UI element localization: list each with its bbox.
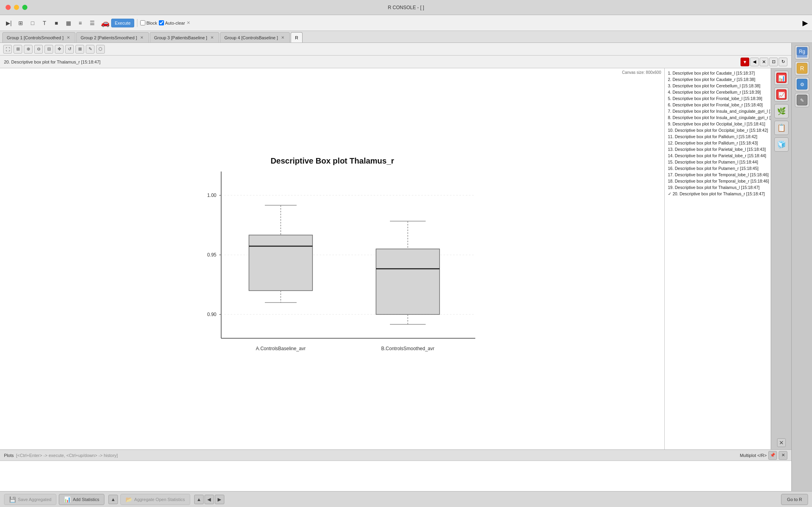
toolbar-icon-stop[interactable]: ■ xyxy=(52,18,61,28)
svg-text:📈: 📈 xyxy=(778,92,785,98)
boxB-rect xyxy=(376,249,440,314)
right-icon-3[interactable]: 🌿 xyxy=(774,104,789,118)
plot-nav-refresh[interactable]: ↻ xyxy=(779,58,787,66)
save-aggregated-icon: 💾 xyxy=(9,496,16,503)
bottom-bar: 💾 Save Aggregated 📊 Add Statistics ▲ 📂 A… xyxy=(0,491,812,507)
plot-nav-prev[interactable]: ◀ xyxy=(750,58,759,66)
toolbar-icon-run[interactable]: ▶| xyxy=(4,18,14,28)
auto-clear-checkbox[interactable] xyxy=(159,20,164,25)
close-script-btn[interactable]: ✕ xyxy=(187,20,190,25)
right-icon-2[interactable]: 📈 xyxy=(774,87,789,102)
execute-btn-group: 🚗 Execute Block Auto-clear ✕ xyxy=(101,19,190,27)
main-toolbar: ▶| ⊞ □ T ■ ▦ ≡ ☰ 🚗 Execute Block Auto-cl… xyxy=(0,15,812,31)
right-icon-1[interactable]: 📊 xyxy=(774,71,789,85)
multiplot-close-btn[interactable]: ✕ xyxy=(779,451,787,460)
execute-button[interactable]: Execute xyxy=(111,19,134,27)
plot-ctrl-rotate[interactable]: ↺ xyxy=(65,45,74,54)
far-right-icon-2[interactable]: R xyxy=(795,61,809,75)
add-statistics-button[interactable]: 📊 Add Statistics xyxy=(59,494,104,505)
plot-ctrl-annotate[interactable]: ✎ xyxy=(86,45,95,54)
toolbar-icon-list1[interactable]: ≡ xyxy=(75,18,85,28)
multiplot-label: Multiplot </R> xyxy=(740,453,767,458)
plot-ctrl-zoom-box[interactable]: ⊞ xyxy=(14,45,22,54)
svg-text:📊: 📊 xyxy=(778,75,785,82)
svg-text:✎: ✎ xyxy=(800,98,804,103)
toolbar-icon-table[interactable]: ▦ xyxy=(64,18,73,28)
plot-nav-expand[interactable]: ⊡ xyxy=(769,58,778,66)
block-checkbox[interactable] xyxy=(140,20,145,25)
plot-title-text: Descriptive Box plot Thalamus_r xyxy=(270,156,394,165)
right-icon-4[interactable]: 📋 xyxy=(774,121,789,135)
stats-arrow-up[interactable]: ▲ xyxy=(108,495,118,504)
toolbar-icon-grid[interactable]: ⊞ xyxy=(16,18,25,28)
tab-r-label: R xyxy=(295,35,298,40)
far-right-panel: Rg R ⚙ ✎ xyxy=(791,43,812,507)
far-right-icon-3[interactable]: ⚙ xyxy=(795,77,809,91)
aggregate-nav-arrows: ▲ ◀ ▶ xyxy=(194,495,224,504)
add-statistics-icon: 📊 xyxy=(64,496,71,503)
tab-group1[interactable]: Group 1 [ControlsSmoothed ] ✕ xyxy=(2,32,75,42)
tab-group1-label: Group 1 [ControlsSmoothed ] xyxy=(7,35,64,40)
plot-nav-close[interactable]: ✕ xyxy=(760,58,768,66)
plot-nav-buttons: ▼ ◀ ✕ ⊡ ↻ xyxy=(741,58,787,66)
close-button[interactable] xyxy=(6,5,11,10)
minimize-button[interactable] xyxy=(14,5,19,10)
svg-rect-16 xyxy=(797,55,807,58)
plot-current-name: 20. Descriptive box plot for Thalamus_r … xyxy=(4,60,741,64)
plot-ctrl-export[interactable]: ⬡ xyxy=(96,45,105,54)
plot-ctrl-measure[interactable]: ⊠ xyxy=(75,45,84,54)
tab-group3-close[interactable]: ✕ xyxy=(209,35,215,40)
plots-label: Plots xyxy=(4,453,14,458)
tab-group4-label: Group 4 [ControlsBaseline ] xyxy=(224,35,278,40)
save-aggregated-button[interactable]: 💾 Save Aggregated xyxy=(4,494,56,505)
go-to-r-button[interactable]: Go to R xyxy=(781,494,808,505)
tab-group4[interactable]: Group 4 [ControlsBaseline ] ✕ xyxy=(220,32,290,42)
close-panel-btn[interactable]: ✕ xyxy=(777,438,786,447)
plot-ctrl-zoom-out[interactable]: ⊖ xyxy=(34,45,43,54)
maximize-button[interactable] xyxy=(22,5,27,10)
add-statistics-arrows: ▲ xyxy=(108,495,118,504)
icon-svg-5: 🧊 xyxy=(776,139,787,150)
aggregate-arrow-left[interactable]: ◀ xyxy=(204,495,214,504)
plot-area: Canvas size: 800x600 Descriptive Box plo… xyxy=(0,68,664,449)
tab-group4-close[interactable]: ✕ xyxy=(280,35,285,40)
canvas-size-label: Canvas size: 800x600 xyxy=(622,70,661,75)
console-header: Plots [<Ctrl+Enter> -> execute, <Ctrl+up… xyxy=(0,450,791,461)
far-right-icon-1[interactable]: Rg xyxy=(795,45,809,60)
xlabel-a: A.ControlsBaseline_avr xyxy=(256,346,305,351)
tab-r[interactable]: R xyxy=(291,32,303,42)
toolbar-icon-list2[interactable]: ☰ xyxy=(87,18,97,28)
y-tick-095: 0.95 xyxy=(207,252,216,258)
execute-label: Execute xyxy=(115,21,131,25)
svg-text:R: R xyxy=(800,65,804,71)
plot-ctrl-zoom-fit[interactable]: ⛶ xyxy=(3,45,12,54)
toolbar-icon-text[interactable]: T xyxy=(40,18,49,28)
left-content: ⛶ ⊞ ⊕ ⊖ ⊟ ✥ ↺ ⊠ ✎ ⬡ 20. Descriptive box … xyxy=(0,43,791,507)
svg-text:🧊: 🧊 xyxy=(777,140,786,149)
tab-group2-close[interactable]: ✕ xyxy=(139,35,145,40)
aggregate-open-button[interactable]: 📂 Aggregate Open Statistics xyxy=(120,494,190,505)
tab-group3-label: Group 3 [PatientsBaseline ] xyxy=(154,35,207,40)
tab-group3[interactable]: Group 3 [PatientsBaseline ] ✕ xyxy=(150,32,219,42)
aggregate-arrow-up[interactable]: ▲ xyxy=(194,495,204,504)
far-right-icon-4[interactable]: ✎ xyxy=(795,93,809,107)
console-hint: [<Ctrl+Enter> -> execute, <Ctrl+up/down>… xyxy=(16,453,118,458)
toolbar-icon-square[interactable]: □ xyxy=(28,18,37,28)
window-title: R CONSOLE - [ ] xyxy=(388,5,424,10)
title-bar: R CONSOLE - [ ] xyxy=(0,0,812,15)
aggregate-open-label: Aggregate Open Statistics xyxy=(134,497,185,502)
box-plot-svg: Descriptive Box plot Thalamus_r 1.00 xyxy=(174,148,491,370)
multiplot-snap-btn[interactable]: 📌 xyxy=(768,451,777,460)
tab-group1-close[interactable]: ✕ xyxy=(66,35,71,40)
plot-ctrl-select[interactable]: ⊟ xyxy=(44,45,53,54)
icon-svg-3: 🌿 xyxy=(776,106,787,117)
aggregate-arrow-right[interactable]: ▶ xyxy=(215,495,224,504)
plot-ctrl-zoom-in[interactable]: ⊕ xyxy=(24,45,33,54)
save-aggregated-label: Save Aggregated xyxy=(18,497,51,502)
plot-nav-prev-active[interactable]: ▼ xyxy=(741,58,749,66)
tab-group2[interactable]: Group 2 [PatientsSmoothed ] ✕ xyxy=(76,32,149,42)
toolbar-right-icon[interactable]: ▶ xyxy=(802,19,808,27)
tab-group2-label: Group 2 [PatientsSmoothed ] xyxy=(81,35,137,40)
right-icon-5[interactable]: 🧊 xyxy=(774,137,789,152)
plot-ctrl-pan[interactable]: ✥ xyxy=(55,45,64,54)
